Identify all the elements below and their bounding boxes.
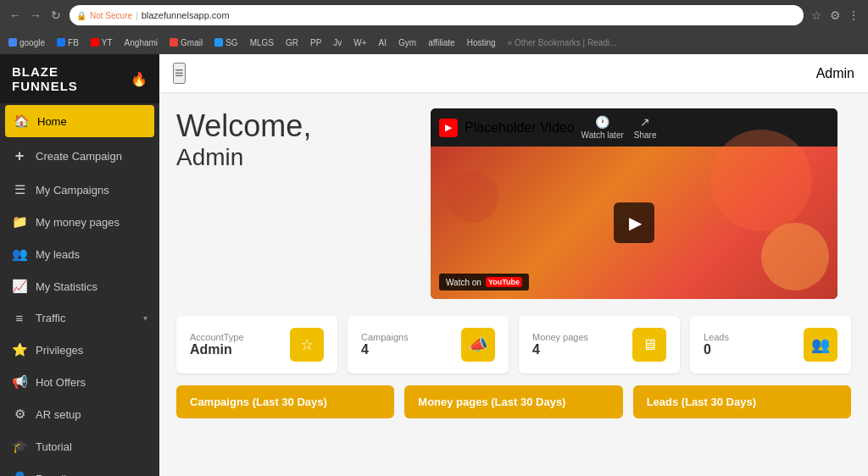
- sidebar-item-label: Create Campaign: [36, 150, 147, 163]
- nav-buttons: ← → ↻: [7, 7, 64, 24]
- back-button[interactable]: ←: [7, 7, 24, 24]
- welcome-username: Admin: [176, 144, 414, 171]
- sidebar-nav: 🏠 Home + Create Campaign ☰ My Campaigns …: [0, 103, 159, 476]
- play-icon: ▶: [629, 213, 642, 233]
- watch-on-youtube-button[interactable]: Watch on YouTube: [439, 274, 529, 291]
- main-content: ≡ Admin Welcome, Admin ▶ Placeholder Vid…: [159, 54, 868, 476]
- campaigns-icon: 📣: [469, 335, 487, 354]
- bookmark-mlgs[interactable]: MLGS: [247, 36, 277, 49]
- stat-label: Leads: [704, 332, 729, 342]
- money-pages-icon: 📁: [12, 214, 27, 230]
- share-button[interactable]: ↗ Share: [634, 115, 657, 140]
- sidebar-item-reseller[interactable]: 👤 Reseller: [0, 462, 159, 476]
- stat-info: AccountType Admin: [190, 332, 244, 357]
- sidebar-item-label: My leads: [36, 248, 147, 261]
- sidebar-item-ar-setup[interactable]: ⚙ AR setup: [0, 398, 159, 430]
- activity-row: Campaigns (Last 30 Days) Money pages (La…: [176, 385, 851, 418]
- sidebar-item-label: Tutorial: [36, 440, 147, 453]
- home-icon: 🏠: [14, 113, 29, 129]
- bookmark-anghami[interactable]: Anghami: [121, 36, 161, 49]
- watch-later-button[interactable]: 🕐 Watch later: [581, 115, 624, 140]
- bookmark-gym[interactable]: Gym: [395, 36, 420, 49]
- video-container: ▶ Placeholder Video 🕐 Watch later ↗ Shar…: [431, 108, 837, 299]
- gmail-icon: [170, 38, 178, 47]
- sidebar-item-create-campaign[interactable]: + Create Campaign: [0, 139, 159, 174]
- bookmark-icon[interactable]: ☆: [809, 8, 824, 22]
- watch-on-label: Watch on: [446, 278, 481, 287]
- stat-card-campaigns: Campaigns 4 📣: [348, 316, 509, 374]
- hot-offers-icon: 📢: [12, 374, 27, 390]
- forward-button[interactable]: →: [27, 7, 44, 24]
- sidebar-item-tutorial[interactable]: 🎓 Tutorial: [0, 430, 159, 462]
- stat-label: Campaigns: [361, 332, 409, 342]
- sidebar-item-my-money-pages[interactable]: 📁 My money pages: [0, 206, 159, 238]
- bookmark-hosting[interactable]: Hosting: [464, 36, 499, 49]
- browser-actions: ☆ ⚙ ⋮: [809, 8, 861, 22]
- more-bookmarks[interactable]: » Other Bookmarks | Readi...: [508, 38, 617, 47]
- bookmark-affiliate[interactable]: affiliate: [425, 36, 459, 49]
- bookmark-pp[interactable]: PP: [307, 36, 325, 49]
- bookmark-gr[interactable]: GR: [282, 36, 302, 49]
- sidebar-item-label: My money pages: [36, 216, 147, 229]
- sidebar-item-label: Reseller: [36, 473, 147, 477]
- activity-card-campaigns[interactable]: Campaigns (Last 30 Days): [176, 385, 394, 418]
- browser-top-bar: ← → ↻ 🔒 Not Secure | blazefunnelsapp.com…: [0, 0, 868, 30]
- bookmark-ai[interactable]: AI: [376, 36, 390, 49]
- sidebar-item-traffic[interactable]: ≡ Traffic ▾: [0, 302, 159, 334]
- stats-row: AccountType Admin ☆ Campaigns 4 📣: [176, 316, 851, 374]
- security-lock-icon: 🔒: [76, 11, 86, 20]
- sidebar-item-hot-offers[interactable]: 📢 Hot Offers: [0, 366, 159, 398]
- extensions-icon[interactable]: ⚙: [827, 8, 843, 22]
- stat-value: 0: [704, 342, 729, 357]
- share-icon: ↗: [640, 115, 650, 129]
- bookmarks-bar: google FB YT Anghami Gmail SG MLGS GR PP…: [0, 30, 868, 54]
- bookmark-fb[interactable]: FB: [53, 36, 82, 49]
- play-button[interactable]: ▶: [614, 202, 654, 243]
- bookmark-jv[interactable]: Jv: [330, 36, 345, 49]
- welcome-video-row: Welcome, Admin ▶ Placeholder Video 🕐 Wat…: [176, 108, 851, 299]
- welcome-greeting: Welcome,: [176, 108, 414, 144]
- bookmark-sg[interactable]: SG: [211, 36, 241, 49]
- url-text: blazefunnelsapp.com: [142, 10, 230, 20]
- traffic-icon: ≡: [12, 311, 27, 325]
- activity-card-money-pages[interactable]: Money pages (Last 30 Days): [404, 385, 622, 418]
- sidebar-item-my-statistics[interactable]: 📈 My Statistics: [0, 270, 159, 302]
- stat-card-leads: Leads 0 👥: [690, 316, 851, 374]
- sidebar-item-home[interactable]: 🏠 Home: [5, 105, 154, 137]
- activity-card-leads[interactable]: Leads (Last 30 Days): [633, 385, 851, 418]
- sidebar: BLAZE FUNNELS 🔥 🏠 Home + Create Campaign…: [0, 54, 159, 476]
- star-icon: ☆: [300, 335, 314, 354]
- hamburger-button[interactable]: ≡: [173, 63, 186, 84]
- campaigns-icon: ☰: [12, 182, 27, 197]
- content-area: Welcome, Admin ▶ Placeholder Video 🕐 Wat…: [159, 93, 868, 476]
- video-thumbnail[interactable]: ▶ Watch on YouTube: [431, 147, 837, 299]
- video-title: Placeholder Video: [465, 120, 575, 136]
- sidebar-item-label: My Campaigns: [36, 184, 147, 196]
- bookmark-w[interactable]: W+: [350, 36, 370, 49]
- logo-text: BLAZE FUNNELS: [12, 64, 124, 93]
- reload-button[interactable]: ↻: [47, 7, 64, 24]
- stat-icon-box: 📣: [461, 328, 495, 362]
- address-bar[interactable]: 🔒 Not Secure | blazefunnelsapp.com: [70, 5, 804, 25]
- sidebar-item-my-leads[interactable]: 👥 My leads: [0, 238, 159, 270]
- top-bar: ≡ Admin: [159, 54, 868, 93]
- stat-info: Money pages 4: [532, 332, 588, 357]
- people-icon: 👥: [811, 335, 830, 354]
- app-container: BLAZE FUNNELS 🔥 🏠 Home + Create Campaign…: [0, 54, 868, 476]
- leads-icon: 👥: [12, 246, 27, 262]
- logo-fire-icon: 🔥: [131, 71, 147, 87]
- sidebar-logo: BLAZE FUNNELS 🔥: [0, 54, 159, 103]
- sidebar-item-label: Traffic: [36, 312, 135, 324]
- stat-value: 4: [361, 342, 409, 357]
- bookmark-yt[interactable]: YT: [87, 36, 116, 49]
- bookmark-google[interactable]: google: [5, 36, 48, 49]
- sidebar-item-my-campaigns[interactable]: ☰ My Campaigns: [0, 174, 159, 206]
- youtube-logo: ▶: [439, 119, 458, 137]
- stat-label: AccountType: [190, 332, 244, 342]
- stat-value: Admin: [190, 342, 244, 357]
- bookmark-gmail[interactable]: Gmail: [166, 36, 206, 49]
- sidebar-item-privileges[interactable]: ⭐ Privileges: [0, 334, 159, 366]
- stat-card-account-type: AccountType Admin ☆: [176, 316, 337, 374]
- stat-label: Money pages: [532, 332, 588, 342]
- menu-icon[interactable]: ⋮: [846, 8, 861, 22]
